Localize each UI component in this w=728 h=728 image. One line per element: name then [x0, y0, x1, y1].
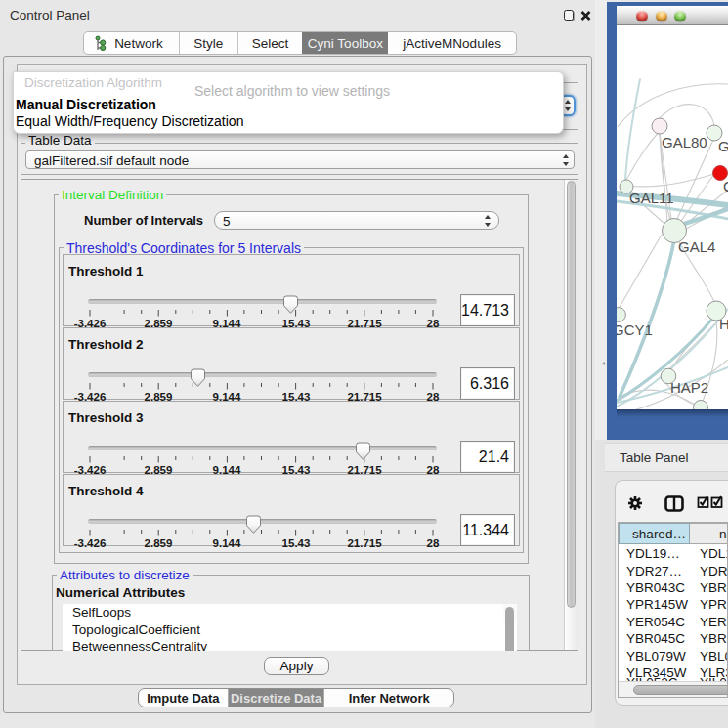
- svg-text:GAL80: GAL80: [662, 134, 707, 150]
- svg-text:HAP2: HAP2: [670, 379, 708, 396]
- svg-text:C: C: [723, 178, 728, 194]
- svg-text:GAL4: GAL4: [678, 238, 715, 255]
- svg-text:GA: GA: [718, 138, 728, 154]
- svg-text:GAL11: GAL11: [629, 190, 674, 206]
- svg-text:H: H: [719, 316, 728, 332]
- svg-text:GCY1: GCY1: [617, 321, 653, 338]
